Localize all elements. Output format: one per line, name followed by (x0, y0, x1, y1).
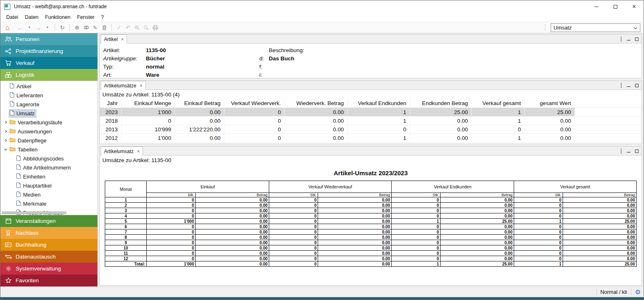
tree-item-alte-artikelnummern[interactable]: Alte Artikelnummern (0, 163, 97, 172)
edit-icon[interactable]: ✎ (91, 23, 99, 32)
sidebar-section-projektfinanzierung[interactable]: Projektfinanzierung (0, 45, 97, 57)
tab-close-icon[interactable]: × (140, 83, 143, 88)
header-filler (575, 99, 642, 108)
tree-item-einheiten[interactable]: Einheiten (0, 172, 97, 181)
maximize-button[interactable] (606, 0, 625, 13)
tab-artikel[interactable]: Artikel × (101, 34, 127, 44)
tab-artikelumsatz[interactable]: Artikelumsatz × (101, 147, 143, 156)
titlebar: Umsatz - webift@asp.arenae.ch - funtrade… (0, 0, 644, 13)
tree-hscrollbar-thumb[interactable] (2, 211, 67, 214)
report-cell: 0 (514, 213, 563, 219)
column-header-verkauf-endkunden[interactable]: Verkauf Endkunden (347, 99, 410, 108)
table-row[interactable]: 20121'0000.0000.0010.0010.00 (100, 134, 642, 142)
panel-menu-icon[interactable] (620, 82, 622, 88)
panel-menu-icon[interactable] (620, 148, 622, 154)
confirm-icon[interactable]: ✓ (115, 23, 123, 32)
panel-minimize-icon[interactable] (627, 37, 630, 41)
search-icon[interactable] (142, 23, 150, 32)
panel-minimize-icon[interactable] (627, 149, 630, 153)
sidebar-section-logistik[interactable]: Logistik (0, 69, 97, 81)
field-typ: Typ:normal (103, 62, 638, 71)
tab-close-icon[interactable]: × (121, 37, 124, 42)
report-cell: 0 (269, 197, 318, 203)
tree-item-lieferanten[interactable]: Lieferanten (0, 91, 97, 100)
sidebar-section-verkauf[interactable]: Verkauf (0, 57, 97, 69)
forward-dropdown-icon[interactable]: ▾ (44, 23, 51, 32)
tree-item-tabellen[interactable]: Tabellen (0, 145, 97, 154)
report-cell: 0 (147, 229, 196, 235)
panel-menu-icon[interactable] (620, 36, 622, 42)
copy-icon[interactable] (82, 23, 90, 32)
column-header-verkauf-wiederverk[interactable]: Verkauf Wiederverk. (224, 99, 284, 108)
column-header-wiederverk-betrag[interactable]: Wiederverk. Betrag (284, 99, 347, 108)
panel-minimize-icon[interactable] (627, 84, 630, 87)
refresh-icon[interactable]: ↻ (58, 23, 66, 32)
sidebar-section-nachlass[interactable]: Nachlass (0, 227, 97, 239)
report-cell: 0 (269, 261, 318, 267)
settings-gear-icon[interactable]: ⚙ (635, 289, 641, 295)
sidebar-section-personen[interactable]: Personen (0, 33, 97, 45)
menu-fenster[interactable]: Fenster (74, 14, 97, 20)
sidebar-section-systemverwaltung[interactable]: Systemverwaltung (0, 263, 97, 275)
tree-hscrollbar[interactable] (2, 211, 95, 214)
column-header-einkauf-betrag[interactable]: Einkauf Betrag (175, 99, 224, 108)
back-dropdown-icon[interactable]: ▾ (25, 23, 33, 32)
chevron-down-icon[interactable] (2, 148, 9, 151)
sidebar-section-datenaustausch[interactable]: Datenaustausch (0, 251, 97, 263)
menu-help[interactable]: ? (98, 14, 107, 20)
menu-datei[interactable]: Datei (3, 14, 21, 20)
tree-item-abbildungscodes[interactable]: Abbildungscodes (0, 154, 97, 163)
column-header-gesamt-wert[interactable]: gesamt Wert (524, 99, 575, 108)
tree-item-merkmale[interactable]: Merkmale (0, 199, 97, 208)
field-label: Art: (103, 72, 146, 78)
tab-close-icon[interactable]: × (137, 149, 140, 154)
tree-item-datenpflege[interactable]: Datenpflege (0, 136, 97, 145)
panel-maximize-icon[interactable] (635, 84, 639, 87)
report-cell: 0.00 (196, 256, 269, 261)
report-table: MonatEinkaufVerkauf WiederverkaufVerkauf… (105, 181, 637, 267)
chevron-right-icon[interactable] (2, 139, 9, 142)
chevron-right-icon[interactable] (2, 130, 9, 133)
tree-item-auswertungen[interactable]: Auswertungen (0, 127, 97, 136)
back-icon[interactable]: ← (16, 23, 24, 32)
status-mode: Normal / kli (600, 289, 627, 295)
cell: 0.00 (524, 134, 575, 142)
column-header-jahr[interactable]: Jahr (100, 99, 121, 108)
view-selector[interactable]: Umsatz (551, 23, 640, 32)
home-icon[interactable]: ⌂ (4, 23, 12, 32)
report-cell: 0 (269, 245, 318, 251)
menu-daten[interactable]: Daten (21, 14, 42, 20)
report-cell: 25.00 (563, 261, 637, 267)
panel-maximize-icon[interactable] (635, 37, 639, 41)
print-icon[interactable] (151, 23, 159, 32)
zoom-in-icon[interactable] (133, 23, 141, 32)
tree-item-lagerorte[interactable]: Lagerorte (0, 100, 97, 109)
sidebar-section-veranstaltungen[interactable]: Veranstaltungen (0, 215, 97, 227)
tab-artikelumsaetze[interactable]: Artikelumsätze × (101, 81, 146, 90)
delete-icon[interactable] (100, 23, 108, 32)
tree-item-verarbeitungslaeufe[interactable]: Verarbeitungsläufe (0, 118, 97, 127)
column-header-verkauf-gesamt[interactable]: Verkauf gesamt (471, 99, 524, 108)
chevron-right-icon[interactable] (2, 121, 9, 124)
close-button[interactable]: ✕ (625, 0, 644, 13)
tree-item-medien[interactable]: Medien (0, 190, 97, 199)
panel-maximize-icon[interactable] (635, 149, 639, 153)
table-row[interactable]: 201310'9991'222'220.0000.0000.0000.00 (100, 125, 642, 134)
minimize-button[interactable] (587, 0, 606, 13)
tree-item-hauptartikel[interactable]: Hauptartikel (0, 181, 97, 190)
column-header-einkauf-menge[interactable]: Einkauf Menge (121, 99, 175, 108)
undo-icon[interactable]: ↶ (124, 23, 132, 32)
tree-item-umsatz[interactable]: Umsatz (0, 109, 97, 118)
table-row[interactable]: 201800.0000.0010.0010.00 (100, 117, 642, 125)
column-header-endkunden-betrag[interactable]: Endkunden Betrag (410, 99, 471, 108)
forward-icon[interactable]: → (35, 23, 42, 32)
report-cell: 0.00 (441, 240, 514, 245)
add-icon[interactable]: ⊕ (73, 23, 81, 32)
report-header-monat: Monat (105, 181, 147, 197)
sidebar-section-buchhaltung[interactable]: Buchhaltung (0, 239, 97, 251)
sidebar-section-favoriten[interactable]: Favoriten (0, 275, 97, 286)
menu-funktionen[interactable]: Funktionen (42, 14, 74, 20)
table-row[interactable]: 20231'0000.0000.00125.00125.00 (100, 108, 642, 117)
tree-item-artikel[interactable]: Artikel (0, 82, 97, 91)
report-cell: 0.00 (563, 224, 637, 229)
